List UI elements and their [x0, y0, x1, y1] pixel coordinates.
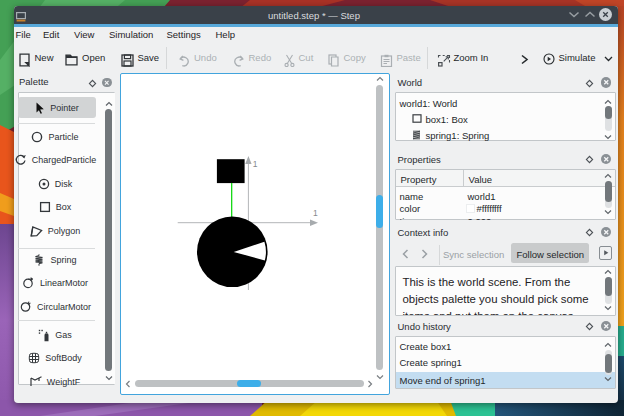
- svg-text:1: 1: [253, 159, 258, 169]
- svg-text:1: 1: [313, 208, 318, 218]
